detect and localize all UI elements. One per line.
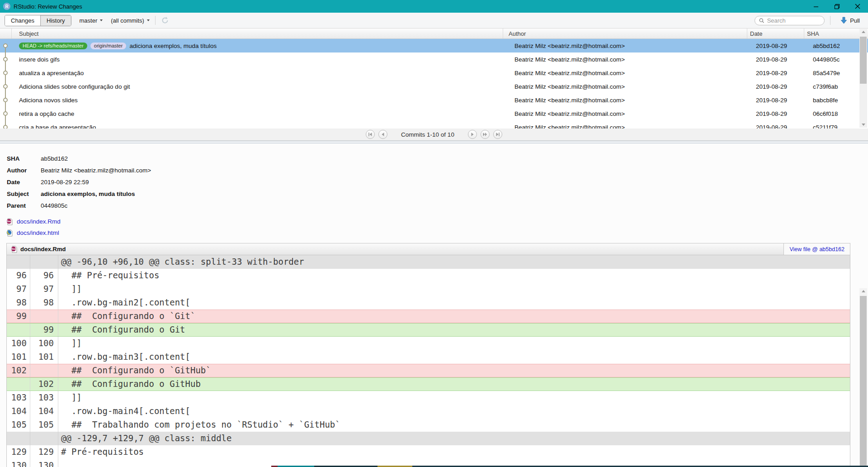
rstudio-review-changes-window: R RStudio: Review Changes Changes: [0, 0, 868, 467]
commit-subject: Adiciona slides sobre configuração do gi…: [19, 83, 130, 90]
restore-button[interactable]: [826, 0, 847, 13]
diff-line-text: ## Configurando o `GitHub`: [58, 364, 850, 377]
first-page-button[interactable]: [366, 130, 375, 139]
diff-line: 102 ## Configurando o GitHub: [7, 377, 850, 391]
search-icon: [759, 18, 764, 24]
commit-row[interactable]: insere dois gifsBeatriz Milz <beatriz.mi…: [0, 52, 868, 66]
diff-file-header: Rmd docs/index.Rmd View file @ ab5bd162: [7, 243, 850, 255]
commit-node-icon: [3, 71, 8, 75]
tab-history[interactable]: History: [40, 15, 71, 26]
diff-line: 103103 ]]: [7, 391, 850, 405]
diff-line: 129129# Pré-requisitos: [7, 445, 850, 459]
commit-subject: cria a base da apresentação: [19, 124, 96, 129]
search-input[interactable]: [767, 17, 821, 24]
pagination-bar: Commits 1-10 of 10: [0, 129, 868, 141]
commit-node-icon: [3, 43, 8, 48]
diff-new-line-number: 100: [30, 337, 58, 350]
fast-forward-icon: [482, 132, 488, 137]
ref-badge-lavender: origin/master: [90, 43, 127, 49]
close-button[interactable]: [847, 0, 868, 13]
diff-old-line-number: [7, 324, 30, 336]
diff-line-text: .row.bg-main2[.content[: [58, 296, 850, 310]
tab-changes[interactable]: Changes: [5, 15, 40, 26]
commit-subject: adiciona exemplos, muda títulos: [129, 43, 217, 49]
commit-row[interactable]: Adiciona slides sobre configuração do gi…: [0, 80, 868, 93]
diff-old-line-number: 99: [7, 310, 30, 323]
html-file-icon: [6, 229, 13, 237]
pull-button-label: Pull: [850, 17, 860, 24]
meta-row-author: Author Beatriz Milz <beatriz.milz@hotmai…: [7, 164, 868, 176]
branch-dropdown[interactable]: master: [80, 17, 103, 24]
diff-line: 9696 ## Pré-requisitos: [7, 269, 850, 282]
refresh-icon: [161, 16, 169, 24]
commit-graph-cell: [0, 93, 12, 107]
commit-graph-cell: [0, 107, 12, 120]
diff-chunk-header: @@ -96,10 +96,10 @@ class: split-33 with…: [7, 255, 850, 269]
view-switcher: Changes History: [5, 15, 71, 26]
scrollbar-thumb[interactable]: [860, 296, 867, 467]
diff-chunk-header: @@ -129,7 +129,7 @@ class: middle: [7, 432, 850, 445]
diff-new-line-number: 101: [30, 350, 58, 364]
file-link-rmd[interactable]: Rmd docs/index.Rmd: [6, 216, 868, 227]
svg-text:Rmd: Rmd: [11, 248, 16, 250]
diff-line: 9898 .row.bg-main2[.content[: [7, 296, 850, 310]
scrollbar-thumb[interactable]: [860, 37, 867, 84]
diff-line-text: ## Trabalhando com projetos no `RStudio`…: [58, 418, 850, 432]
commit-graph-cell: [0, 66, 12, 80]
file-link-html[interactable]: docs/index.html: [6, 227, 868, 238]
commit-filter-dropdown[interactable]: (all commits): [111, 17, 150, 24]
search-box[interactable]: [755, 16, 825, 25]
commit-row[interactable]: Adiciona novos slidesBeatriz Milz <beatr…: [0, 93, 868, 107]
view-file-link[interactable]: View file @ ab5bd162: [789, 246, 844, 253]
pull-button[interactable]: Pull: [836, 14, 864, 26]
details-scrollbar[interactable]: [859, 288, 867, 467]
commit-node-icon: [3, 98, 8, 102]
diff-old-line-number: 129: [7, 445, 30, 459]
refresh-button[interactable]: [161, 16, 169, 24]
diff-line-text: ## Configurando o GitHub: [58, 378, 850, 391]
close-icon: [855, 4, 860, 9]
rmd-file-icon: Rmd: [6, 218, 13, 225]
window-title: RStudio: Review Changes: [14, 3, 82, 10]
diff-line-text: .row.bg-main4[.content[: [58, 405, 850, 418]
diff-old-line-number: 102: [7, 364, 30, 377]
next-page-button[interactable]: [468, 130, 477, 139]
meta-row-date: Date 2019-08-29 22:59: [7, 176, 868, 188]
prev-page-button[interactable]: [378, 130, 387, 139]
prev-page-icon: [380, 132, 386, 137]
commit-subject-cell: retira a opção cache: [12, 110, 509, 117]
commit-row[interactable]: cria a base da apresentaçãoBeatriz Milz …: [0, 120, 868, 129]
titlebar[interactable]: R RStudio: Review Changes: [0, 0, 868, 13]
diff-line-text: ]]: [58, 337, 850, 350]
commit-author: Beatriz Milz <beatriz.milz@hotmail.com>: [509, 70, 753, 76]
file-link-label[interactable]: docs/index.Rmd: [17, 218, 61, 225]
minimize-button[interactable]: [806, 0, 826, 13]
file-link-label[interactable]: docs/index.html: [17, 229, 59, 236]
diff-card: Rmd docs/index.Rmd View file @ ab5bd162 …: [6, 243, 850, 467]
diff-old-line-number: 104: [7, 405, 30, 418]
diff-old-line-number: 105: [7, 418, 30, 432]
last-page-icon: [495, 132, 500, 137]
scroll-down-icon[interactable]: [859, 124, 867, 126]
commit-row[interactable]: HEAD -> refs/heads/masterorigin/masterad…: [0, 39, 868, 52]
commit-subject-cell: Adiciona novos slides: [12, 97, 509, 104]
diff-new-line-number: [30, 364, 58, 377]
diff-new-line-number: 129: [30, 445, 58, 459]
scroll-up-icon[interactable]: [859, 31, 867, 33]
ref-badge-green: HEAD -> refs/heads/master: [19, 43, 87, 49]
commit-table-scrollbar[interactable]: [859, 29, 867, 128]
commit-row[interactable]: retira a opção cacheBeatriz Milz <beatri…: [0, 107, 868, 120]
last-page-button[interactable]: [493, 130, 502, 139]
commit-date: 2019-08-29: [753, 43, 810, 49]
commit-table-header: Subject Author Date SHA: [0, 29, 868, 39]
pagination-label: Commits 1-10 of 10: [401, 131, 454, 138]
commit-node-icon: [3, 84, 8, 89]
scroll-up-icon[interactable]: [859, 290, 867, 292]
commit-row[interactable]: atualiza a apresentaçãoBeatriz Milz <bea…: [0, 66, 868, 80]
commit-subject-cell: cria a base da apresentação: [12, 124, 509, 129]
pull-arrow-icon: [840, 17, 847, 24]
diff-line: 101101 .row.bg-main3[.content[: [7, 350, 850, 364]
commit-graph-cell: [0, 120, 12, 129]
fast-forward-button[interactable]: [481, 130, 490, 139]
toolbar: Changes History master (all commits): [0, 13, 868, 29]
